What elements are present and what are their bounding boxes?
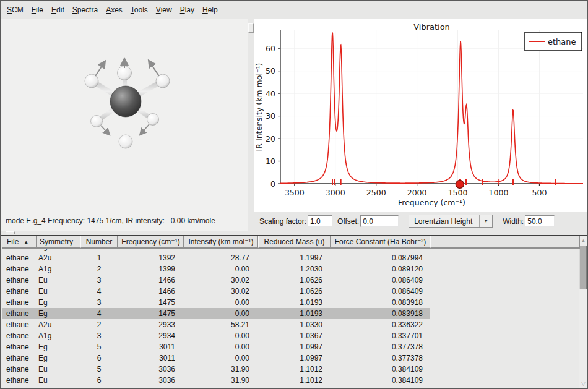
table-cell: 1.1012 <box>258 365 331 374</box>
table-cell: 0.00 <box>184 309 258 318</box>
table-cell: A1g <box>36 331 80 340</box>
table-cell: ethane <box>2 376 36 385</box>
table-row[interactable]: ethaneEu6303631.901.10120.384109 <box>2 375 430 386</box>
table-row[interactable]: ethaneEg314750.001.01930.083918 <box>2 297 430 308</box>
table-cell: A2u <box>36 254 80 262</box>
table-cell: 1.1012 <box>258 376 331 385</box>
y-tick-label: 20 <box>266 134 275 143</box>
spectrum-plot[interactable]: 0102030405060350030002500200015001000500… <box>254 19 588 212</box>
horizontal-splitter[interactable] <box>1 231 587 235</box>
molecule-viewport[interactable]: mode E.g_4 Frequency: 1475 1/cm, IR inte… <box>1 19 248 231</box>
table-cell: 30.02 <box>184 276 258 284</box>
menu-scm[interactable]: SCM <box>3 3 27 17</box>
table-cell: 1392 <box>118 254 184 262</box>
table-cell: 3 <box>80 298 118 307</box>
table-row[interactable]: ethaneEu3146630.021.06260.086409 <box>2 275 430 286</box>
table-row[interactable]: ethaneA2u1139228.771.19970.087994 <box>2 252 430 263</box>
table-cell: 3011 <box>118 354 184 362</box>
table-cell: ethane <box>2 309 36 318</box>
table-cell: 0.336322 <box>331 320 430 329</box>
table-cell: ethane <box>2 276 36 284</box>
table-cell: 1475 <box>118 309 184 318</box>
width-label: Width: <box>503 217 524 226</box>
column-header-4[interactable]: Intensity (km mol⁻¹) <box>184 236 258 248</box>
table-cell: 0.00 <box>184 298 258 307</box>
y-tick-label: 0 <box>270 179 275 189</box>
menu-help[interactable]: Help <box>199 3 222 17</box>
table-cell: 28.77 <box>184 254 258 262</box>
table-cell: 1.0193 <box>258 309 331 318</box>
column-header-5[interactable]: Reduced Mass (u) <box>258 236 331 248</box>
x-tick-label: 2000 <box>407 188 427 197</box>
scrollbar-up-arrow-icon[interactable]: ▲ <box>579 236 587 245</box>
width-input[interactable] <box>525 215 555 227</box>
displacement-arrow <box>149 61 159 76</box>
menu-spectra[interactable]: Spectra <box>69 3 102 17</box>
table-cell: 3036 <box>118 365 184 374</box>
vertical-splitter-handle[interactable] <box>248 23 254 33</box>
lineshape-selected-value: Lorentzian Height <box>409 217 479 226</box>
header-filler <box>430 236 580 248</box>
column-header-6[interactable]: Force Constant (Ha Bohr⁻²) <box>331 236 430 248</box>
table-row[interactable]: ethaneA1g329340.001.03670.337701 <box>2 330 430 341</box>
offset-input[interactable] <box>360 215 399 227</box>
column-header-1[interactable]: Symmetry <box>37 236 80 248</box>
table-row[interactable]: ethaneEg630110.001.09970.377378 <box>2 353 430 364</box>
table-cell: ethane <box>2 254 36 262</box>
table-cell: Eu <box>36 287 80 296</box>
table-cell: 2934 <box>118 331 184 340</box>
scaling-factor-input[interactable] <box>308 215 332 227</box>
chart-title: Vibration <box>413 22 450 32</box>
y-tick-label: 50 <box>266 66 275 75</box>
mode-status-text: mode E.g_4 Frequency: 1475 1/cm, IR inte… <box>6 216 215 225</box>
table-row[interactable]: ethaneA2u2293358.211.03300.336322 <box>2 319 430 330</box>
menu-edit[interactable]: Edit <box>48 3 68 17</box>
selected-mode-marker[interactable] <box>456 181 464 189</box>
table-cell: 2933 <box>118 320 184 329</box>
table-cell: 0.086409 <box>331 276 430 284</box>
menu-file[interactable]: File <box>28 3 47 17</box>
sort-ascending-icon: ▲ <box>24 239 28 245</box>
x-tick-label: 2500 <box>366 188 386 197</box>
menu-axes[interactable]: Axes <box>102 3 126 17</box>
table-cell: 1.0193 <box>258 298 331 307</box>
menu-view[interactable]: View <box>152 3 176 17</box>
table-row[interactable]: ethaneEg530110.001.09970.377378 <box>2 341 430 353</box>
table-row[interactable]: ethaneEu4146630.021.06260.086409 <box>2 286 430 297</box>
hydrogen-atom <box>156 74 170 88</box>
column-header-3[interactable]: Frequency (cm⁻¹) <box>118 236 184 248</box>
table-cell: 1.2030 <box>258 265 331 273</box>
table-cell: 0.00 <box>184 265 258 273</box>
table-cell: 31.90 <box>184 365 258 374</box>
molecule-3d-view[interactable] <box>1 19 248 230</box>
scrollbar-thumb[interactable] <box>579 246 587 289</box>
menu-tools[interactable]: Tools <box>127 3 152 17</box>
x-tick-label: 1500 <box>448 188 468 197</box>
table-cell: Eg <box>36 354 80 362</box>
scrollbar-down-arrow-icon[interactable]: ▽ <box>579 378 587 388</box>
displacement-arrow <box>95 62 105 76</box>
vertical-splitter[interactable] <box>248 19 254 231</box>
table-scrollbar[interactable]: ▲ ▽ <box>579 236 587 388</box>
table-cell: ethane <box>2 365 36 374</box>
hydrogen-atom <box>91 116 103 127</box>
table-row-selected[interactable]: ethaneEg414750.001.01930.083918 <box>2 308 430 319</box>
table-row[interactable]: ethaneA1g213990.001.20300.089120 <box>2 263 430 275</box>
scaling-factor-label: Scaling factor: <box>259 217 306 226</box>
lineshape-dropdown[interactable]: Lorentzian Height ▼ <box>409 215 493 228</box>
table-cell: 0.377378 <box>331 354 430 362</box>
table-cell: 1466 <box>118 287 184 296</box>
table-cell: 0.00 <box>184 354 258 362</box>
offset-label: Offset: <box>337 217 359 226</box>
table-cell: 0.083918 <box>331 298 430 307</box>
menu-play[interactable]: Play <box>176 3 198 17</box>
table-row[interactable]: ethaneEu5303631.901.10120.384109 <box>2 364 430 375</box>
x-tick-label: 3500 <box>285 188 305 197</box>
table-cell: 3 <box>80 331 118 340</box>
horizontal-splitter-handle[interactable] <box>6 231 15 234</box>
column-header-2[interactable]: Number <box>80 236 118 248</box>
table-cell: A1g <box>36 265 80 273</box>
table-cell: 0.00 <box>184 331 258 340</box>
spectrum-controls: Scaling factor: Offset: Lorentzian Heigh… <box>254 212 588 231</box>
column-header-0[interactable]: File▲ <box>2 236 37 248</box>
